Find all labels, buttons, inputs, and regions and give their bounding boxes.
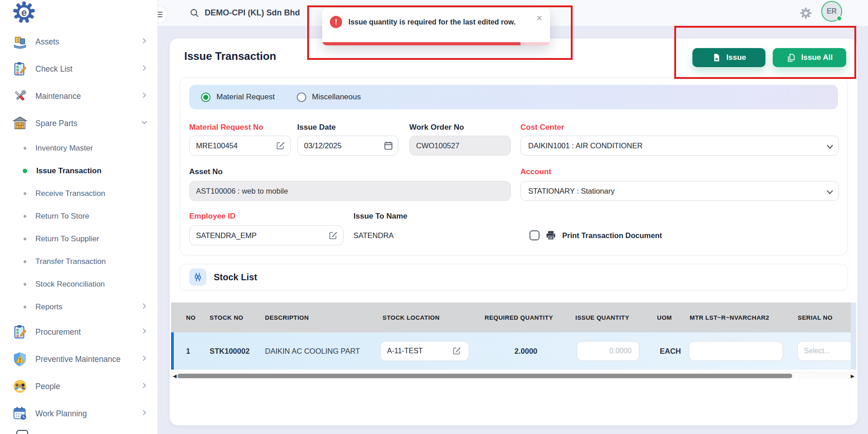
transaction-type-banner: Material Request Miscellaneous — [189, 85, 838, 109]
bullet-icon — [24, 283, 26, 286]
stock-table-row: 1 STK100002 DAIKIN AC COOLING PART 2.000… — [171, 332, 856, 370]
print-transaction-document-option[interactable]: Print Transaction Document — [530, 230, 662, 241]
asset-no-input — [189, 181, 511, 201]
issue-date-input[interactable] — [297, 136, 398, 156]
checklist-icon — [12, 61, 28, 77]
stock-list-title: Stock List — [214, 272, 257, 283]
col-issue-quantity: ISSUE QUANTITY — [575, 302, 629, 332]
maintenance-icon — [12, 88, 28, 104]
sidebar: e Assets — [0, 0, 158, 434]
issue-quantity-input[interactable] — [577, 341, 639, 361]
stock-location-input[interactable] — [380, 341, 469, 361]
stock-list-slider-icon — [189, 268, 206, 286]
radio-selected-icon — [201, 93, 211, 102]
sidebar-item-people[interactable]: People — [0, 373, 157, 400]
sidebar-item-procurement[interactable]: Procurement — [0, 318, 157, 346]
sidebar-item-label: Assets — [35, 37, 141, 47]
issue-transaction-page: Issue Transaction Issue Issue All Materi… — [170, 39, 858, 425]
search-icon — [190, 8, 199, 18]
sidebar-item-label: Check List — [35, 64, 141, 74]
radio-miscellaneous[interactable]: Miscellaneous — [297, 93, 361, 102]
scroll-left-arrow-icon[interactable]: ◀ — [172, 373, 177, 379]
stock-table: NO STOCK NO DESCRIPTION STOCK LOCATION R… — [171, 302, 856, 380]
chevron-down-icon — [141, 119, 148, 127]
col-description: DESCRIPTION — [265, 302, 309, 332]
employee-id-input[interactable] — [189, 225, 343, 245]
sidebar-item-label: Preventive Maintenance — [35, 355, 141, 364]
procurement-icon — [12, 324, 28, 340]
sidebar-item-label: Spare Parts — [35, 119, 141, 128]
error-exclamation-icon: ! — [330, 16, 342, 28]
col-serial-no: SERIAL NO — [798, 302, 833, 332]
sidebar-item-assets[interactable]: Assets — [0, 28, 157, 55]
bullet-icon — [24, 306, 26, 308]
company-search-text[interactable]: DEMO-CPI (KL) Sdn Bhd — [205, 8, 300, 18]
material-request-no-input[interactable] — [189, 136, 291, 156]
copy-pages-icon — [786, 53, 796, 63]
issue-button[interactable]: Issue — [692, 48, 765, 67]
cell-uom: EACH — [660, 332, 681, 370]
issue-to-name-label: Issue To Name — [353, 212, 407, 221]
sidebar-nav: Assets Check List — [0, 28, 157, 427]
app-logo-gear-icon[interactable]: e — [12, 0, 36, 26]
cell-required-quantity: 2.0000 — [487, 332, 564, 370]
asset-no-label: Asset No — [189, 167, 223, 176]
avatar-initials: ER — [827, 7, 837, 15]
account-select[interactable]: STATIONARY : Stationary — [520, 181, 839, 201]
radio-material-request[interactable]: Material Request — [201, 93, 275, 102]
sidebar-item-label: Work Planning — [35, 409, 141, 419]
work-order-no-input — [409, 136, 511, 156]
global-search[interactable]: DEMO-CPI (KL) Sdn Bhd — [190, 0, 300, 26]
cost-center-select[interactable]: DAIKIN1001 : AIR CONDITIONER — [520, 136, 839, 156]
sidebar-item-return-to-supplier[interactable]: Return To Supplier — [0, 228, 157, 250]
mtr-lst-input[interactable] — [689, 341, 783, 361]
sidebar-item-partial-icon[interactable] — [16, 430, 28, 434]
cell-description: DAIKIN AC COOLING PART — [265, 332, 360, 370]
col-stock-no: STOCK NO — [210, 302, 243, 332]
error-toast: ! Issue quantity is required for the las… — [322, 8, 550, 45]
issue-to-name-value: SATENDRA — [353, 225, 394, 245]
bullet-icon — [24, 215, 26, 218]
sidebar-item-inventory-master[interactable]: Inventory Master — [0, 137, 157, 160]
assets-icon — [12, 34, 28, 50]
sidebar-item-spare-parts[interactable]: Spare Parts — [0, 110, 157, 137]
sidebar-item-label: Procurement — [35, 327, 141, 337]
employee-id-label: Employee ID — [189, 212, 235, 221]
sidebar-item-stock-reconciliation[interactable]: Stock Reconciliation — [0, 273, 157, 296]
scroll-right-arrow-icon[interactable]: ▶ — [850, 373, 855, 379]
col-no: NO — [186, 302, 196, 332]
toast-progress-track — [322, 42, 550, 45]
col-mtr-lst-r-nvarchar2: MTR LST~R~NVARCHAR2 — [690, 302, 769, 332]
sidebar-item-maintenance[interactable]: Maintenance — [0, 83, 157, 110]
stock-list-header: Stock List — [180, 264, 848, 290]
settings-gear-icon[interactable] — [799, 7, 812, 20]
table-horizontal-scrollbar[interactable]: ◀ ▶ — [171, 372, 856, 379]
cell-no: 1 — [186, 332, 190, 370]
radio-unselected-icon — [297, 93, 306, 102]
print-checkbox[interactable] — [530, 230, 539, 240]
table-right-scroll-strip[interactable] — [851, 302, 856, 370]
printer-icon — [545, 230, 556, 241]
chevron-right-icon — [141, 38, 148, 46]
sidebar-item-work-planning[interactable]: Work Planning — [0, 400, 157, 427]
cell-stock-no: STK100002 — [210, 332, 250, 370]
sidebar-item-receive-transaction[interactable]: Receive Transaction — [0, 182, 157, 205]
account-label: Account — [520, 167, 551, 176]
sidebar-item-label: People — [35, 382, 141, 391]
sidebar-item-preventive-maintenance[interactable]: Preventive Maintenance — [0, 346, 157, 373]
sidebar-item-reports[interactable]: Reports — [0, 296, 157, 318]
user-avatar[interactable]: ER — [821, 1, 842, 22]
online-status-dot — [836, 15, 842, 21]
transaction-form: Material Request Miscellaneous Material … — [180, 77, 848, 255]
sidebar-item-check-list[interactable]: Check List — [0, 55, 157, 83]
issue-all-button[interactable]: Issue All — [773, 48, 846, 67]
serial-no-select[interactable] — [797, 341, 856, 361]
chevron-right-icon — [141, 382, 148, 390]
sidebar-item-issue-transaction[interactable]: Issue Transaction — [0, 160, 157, 182]
chevron-right-icon — [141, 410, 148, 418]
toast-close-icon[interactable]: ✕ — [536, 14, 543, 23]
sidebar-item-transfer-transaction[interactable]: Transfer Transaction — [0, 250, 157, 273]
scrollbar-thumb[interactable] — [177, 374, 792, 378]
bullet-icon — [24, 238, 26, 240]
sidebar-item-return-to-store[interactable]: Return To Store — [0, 205, 157, 228]
